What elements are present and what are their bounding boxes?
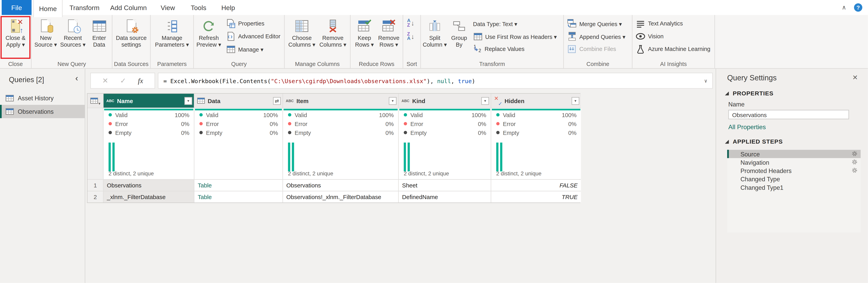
stats-name: Valid100% Error0% Empty0% 2 distinct, 2 … bbox=[103, 108, 194, 179]
cell-name[interactable]: Observations bbox=[103, 180, 194, 191]
advanced-editor-button[interactable]: Advanced Editor bbox=[226, 32, 280, 41]
keep-rows-button[interactable]: Keep Rows ▾ bbox=[352, 17, 377, 48]
applied-steps-section-header[interactable]: APPLIED STEPS bbox=[725, 138, 868, 145]
step-changed-type[interactable]: Changed Type bbox=[727, 175, 861, 183]
step-changed-type1[interactable]: Changed Type1 bbox=[727, 183, 861, 191]
cell-data-table-link[interactable]: Table bbox=[194, 180, 283, 191]
cell-data-table-link[interactable]: Table bbox=[194, 191, 283, 202]
step-promoted-headers[interactable]: Promoted Headers bbox=[727, 167, 861, 175]
choose-columns-button[interactable]: Choose Columns ▾ bbox=[286, 17, 317, 48]
filter-dropdown-icon[interactable]: ▾ bbox=[389, 97, 397, 105]
help-button[interactable]: ? bbox=[854, 3, 862, 12]
collapse-ribbon-icon[interactable]: ∧ bbox=[842, 4, 846, 10]
tab-tools[interactable]: Tools bbox=[187, 0, 211, 15]
cell-name[interactable]: _xlnm._FilterDatabase bbox=[103, 191, 194, 202]
collapse-queries-pane-icon[interactable]: ‹ bbox=[75, 73, 78, 83]
cell-item[interactable]: Observations!_xlnm._FilterDatabase bbox=[283, 191, 398, 202]
file-menu[interactable]: File bbox=[2, 0, 32, 15]
group-label-close: Close bbox=[0, 61, 31, 67]
sort-az-icon: AZ bbox=[407, 19, 410, 27]
query-item-observations[interactable]: Observations bbox=[0, 105, 85, 118]
manage-parameters-button[interactable]: Manage Parameters ▾ bbox=[152, 17, 192, 48]
close-panel-icon[interactable]: ✕ bbox=[852, 74, 858, 82]
column-header-data[interactable]: Data ⇄ bbox=[194, 94, 283, 108]
data-type-button[interactable]: Data Type: Text ▾ bbox=[473, 19, 557, 28]
group-label-new-query: New Query bbox=[32, 61, 112, 67]
text-analytics-icon bbox=[636, 19, 645, 28]
combine-files-button[interactable]: Combine Files bbox=[567, 45, 625, 54]
azure-machine-learning-button[interactable]: Azure Machine Learning bbox=[636, 45, 710, 54]
select-all-corner[interactable]: ▾ bbox=[88, 94, 103, 108]
column-header-kind[interactable]: ABC Kind ▾ bbox=[399, 94, 491, 108]
refresh-preview-button[interactable]: Refresh Preview ▾ bbox=[195, 17, 223, 48]
use-first-row-as-headers-button[interactable]: Use First Row as Headers ▾ bbox=[473, 32, 557, 41]
gear-icon[interactable] bbox=[851, 150, 858, 157]
cell-kind[interactable]: DefinedName bbox=[399, 191, 491, 202]
merge-queries-button[interactable]: Merge Queries ▾ bbox=[567, 19, 625, 28]
properties-icon bbox=[226, 19, 236, 28]
cell-item[interactable]: Observations bbox=[283, 180, 398, 191]
gear-icon[interactable] bbox=[851, 159, 858, 165]
vision-eye-icon bbox=[636, 32, 645, 41]
query-name-input[interactable] bbox=[728, 110, 849, 119]
quality-bar bbox=[284, 109, 398, 110]
gear-icon[interactable] bbox=[851, 167, 858, 174]
combine-files-icon bbox=[567, 45, 577, 54]
step-navigation[interactable]: Navigation bbox=[727, 158, 861, 166]
column-header-item[interactable]: ABC Item ▾ bbox=[283, 94, 398, 108]
expand-formula-bar-icon[interactable]: ∨ bbox=[704, 78, 707, 84]
group-by-button[interactable]: Group By bbox=[447, 17, 471, 48]
expand-column-icon[interactable]: ⇄ bbox=[273, 97, 281, 105]
tab-transform[interactable]: Transform bbox=[65, 0, 104, 15]
vision-button[interactable]: Vision bbox=[636, 32, 710, 41]
remove-columns-button[interactable]: Remove Columns ▾ bbox=[317, 17, 348, 48]
table-icon bbox=[5, 108, 14, 115]
manage-query-button[interactable]: Manage ▾ bbox=[226, 45, 280, 54]
properties-button[interactable]: Properties bbox=[226, 19, 280, 28]
query-item-asset-history[interactable]: Asset History bbox=[0, 91, 85, 105]
filter-dropdown-icon[interactable]: ▾ bbox=[184, 97, 192, 105]
cell-hidden[interactable]: FALSE bbox=[491, 180, 581, 191]
collapse-triangle-icon bbox=[725, 139, 729, 143]
cancel-formula-icon[interactable]: ✕ bbox=[102, 77, 108, 85]
tab-view[interactable]: View bbox=[157, 0, 179, 15]
column-header-hidden[interactable]: ✕✓ Hidden ▾ bbox=[491, 94, 581, 108]
new-source-icon bbox=[41, 17, 51, 35]
tab-home[interactable]: Home bbox=[33, 0, 63, 17]
queries-panel: Queries [2] ‹ Asset History bbox=[0, 69, 85, 283]
error-dot bbox=[404, 122, 407, 125]
applied-steps-list: Source Navigation bbox=[727, 149, 861, 232]
sort-descending-button[interactable]: ZA ↓ bbox=[407, 32, 420, 40]
chevron-down-icon: ▾ bbox=[98, 102, 100, 106]
close-and-apply-button[interactable]: ✕↑ Close & Apply ▾ bbox=[1, 17, 30, 48]
column-header-name[interactable]: ABC Name ▾ bbox=[103, 94, 194, 108]
data-source-settings-button[interactable]: Data source settings bbox=[114, 17, 149, 48]
formula-input[interactable]: = Excel.Workbook(File.Contents("C:\Users… bbox=[158, 73, 713, 89]
split-column-button[interactable]: Split Column ▾ bbox=[422, 17, 447, 48]
commit-formula-icon[interactable]: ✓ bbox=[120, 77, 126, 85]
new-source-button[interactable]: New Source ▾ bbox=[33, 17, 59, 48]
filter-dropdown-icon[interactable]: ▾ bbox=[571, 97, 579, 105]
tab-add-column[interactable]: Add Column bbox=[108, 0, 149, 15]
enter-data-button[interactable]: Enter Data bbox=[87, 17, 112, 48]
sort-ascending-button[interactable]: AZ ↓ bbox=[407, 19, 420, 27]
logical-type-icon: ✕✓ bbox=[494, 97, 502, 105]
all-properties-link[interactable]: All Properties bbox=[728, 124, 868, 130]
tab-help[interactable]: Help bbox=[217, 0, 239, 15]
remove-rows-button[interactable]: Remove Rows ▾ bbox=[377, 17, 401, 48]
text-analytics-button[interactable]: Text Analytics bbox=[636, 19, 710, 28]
properties-section-header[interactable]: PROPERTIES bbox=[725, 90, 868, 96]
replace-values-button[interactable]: 1↳2 Replace Values bbox=[473, 45, 557, 54]
cell-kind[interactable]: Sheet bbox=[399, 180, 491, 191]
step-source[interactable]: Source bbox=[727, 150, 861, 158]
valid-dot bbox=[404, 113, 407, 116]
replace-values-icon: 1↳2 bbox=[473, 45, 482, 54]
filter-dropdown-icon[interactable]: ▾ bbox=[481, 97, 489, 105]
split-column-icon bbox=[428, 17, 441, 35]
group-label-manage-columns: Manage Columns bbox=[285, 61, 350, 67]
recent-sources-button[interactable]: Recent Sources ▾ bbox=[59, 17, 87, 48]
empty-dot bbox=[108, 131, 112, 134]
cell-hidden[interactable]: TRUE bbox=[491, 191, 581, 202]
table-icon bbox=[5, 95, 14, 102]
append-queries-button[interactable]: Append Queries ▾ bbox=[567, 32, 625, 41]
